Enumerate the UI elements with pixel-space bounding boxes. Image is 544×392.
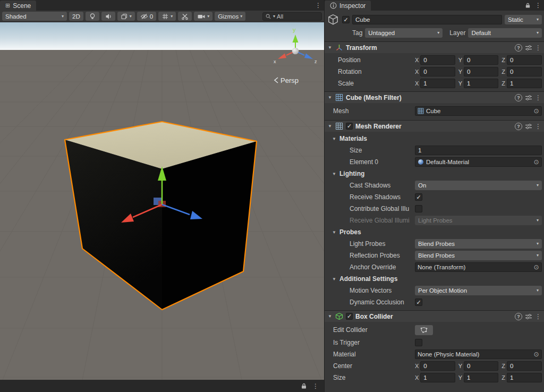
box-collider-enabled-checkbox[interactable]: ✓ xyxy=(346,313,353,320)
object-picker-icon[interactable]: ⊙ xyxy=(532,263,540,271)
component-menu-icon[interactable]: ⋮ xyxy=(535,313,541,320)
probes-foldout[interactable]: ▼ Probes xyxy=(325,226,544,238)
grid-visibility-dropdown[interactable]: ▾ xyxy=(158,12,176,21)
foldout-arrow-icon[interactable]: ▼ xyxy=(327,45,333,50)
rotation-z-field[interactable]: 0 xyxy=(507,67,542,76)
scene-lighting-toggle[interactable] xyxy=(86,12,99,21)
center-z-field[interactable]: 0 xyxy=(507,361,542,371)
tab-inspector-label: Inspector xyxy=(339,2,366,10)
material-sphere-icon xyxy=(418,159,424,165)
x-axis-label: X xyxy=(415,80,419,87)
foldout-arrow-icon[interactable]: ▼ xyxy=(327,95,333,100)
position-y-field[interactable]: 0 xyxy=(464,55,498,65)
scale-y-field[interactable]: 1 xyxy=(464,79,498,88)
scissors-icon xyxy=(181,13,189,20)
help-icon[interactable]: ? xyxy=(515,123,522,130)
reflection-probes-dropdown[interactable]: Blend Probes▾ xyxy=(415,251,542,260)
scene-footer-menu-icon[interactable]: ⋮ xyxy=(312,383,319,389)
scale-x-field[interactable]: 1 xyxy=(420,79,455,88)
anchor-override-object-field[interactable]: None (Transform) ⊙ xyxy=(415,262,542,272)
lock-icon[interactable] xyxy=(301,382,307,389)
help-icon[interactable]: ? xyxy=(515,313,522,320)
box-collider-header[interactable]: ▼ ✓ Box Collider ? ⋮ xyxy=(325,310,544,322)
motion-vectors-row: Motion Vectors Per Object Motion▾ xyxy=(325,285,544,296)
size-x-field[interactable]: 1 xyxy=(420,373,455,382)
static-dropdown[interactable]: Static ▾ xyxy=(505,15,542,24)
scene-visibility-toggle[interactable]: 0 xyxy=(137,12,156,21)
scene-audio-toggle[interactable] xyxy=(101,12,115,21)
foldout-arrow-icon[interactable]: ▼ xyxy=(327,314,333,319)
element0-object-field[interactable]: Default-Material ⊙ xyxy=(415,157,542,167)
presets-icon[interactable] xyxy=(525,45,532,51)
lighting-foldout[interactable]: ▼ Lighting xyxy=(325,168,544,180)
help-icon[interactable]: ? xyxy=(515,94,522,101)
inspector-menu-icon[interactable]: ⋮ xyxy=(535,2,541,8)
presets-icon[interactable] xyxy=(525,313,532,320)
snap-tool-button[interactable] xyxy=(178,12,192,21)
presets-icon[interactable] xyxy=(525,95,532,101)
scene-viewport[interactable]: y x z Persp xyxy=(0,22,324,380)
foldout-arrow-icon[interactable]: ▼ xyxy=(327,124,333,129)
scene-tab-menu-icon[interactable]: ⋮ xyxy=(315,2,321,8)
mesh-renderer-header[interactable]: ▼ ✓ Mesh Renderer ? ⋮ xyxy=(325,120,544,132)
object-picker-icon[interactable]: ⊙ xyxy=(532,107,540,115)
z-axis-label: Z xyxy=(502,57,505,63)
scene-search-input[interactable]: ▾ All xyxy=(262,12,322,21)
tab-scene[interactable]: ⊞ Scene xyxy=(0,1,36,11)
materials-title: Materials xyxy=(339,135,367,142)
component-menu-icon[interactable]: ⋮ xyxy=(535,123,541,130)
additional-settings-foldout[interactable]: ▼ Additional Settings xyxy=(325,273,544,285)
motion-vectors-dropdown[interactable]: Per Object Motion▾ xyxy=(415,286,542,295)
mesh-filter-header[interactable]: ▼ Cube (Mesh Filter) ? ⋮ xyxy=(325,91,544,103)
physic-material-object-field[interactable]: None (Physic Material) ⊙ xyxy=(415,350,542,359)
materials-foldout[interactable]: ▼ Materials xyxy=(325,133,544,144)
component-menu-icon[interactable]: ⋮ xyxy=(535,95,541,101)
center-y-field[interactable]: 0 xyxy=(464,361,498,371)
anchor-override-value: None (Transform) xyxy=(418,264,465,270)
mesh-row: Mesh Cube ⊙ xyxy=(325,104,544,118)
edit-collider-button[interactable] xyxy=(415,325,433,335)
scene-canvas[interactable]: y x z Persp xyxy=(0,22,324,380)
position-z-field[interactable]: 0 xyxy=(507,55,542,65)
size-y-field[interactable]: 1 xyxy=(464,373,498,382)
tag-dropdown[interactable]: Untagged ▾ xyxy=(365,28,443,38)
y-axis-label: Y xyxy=(458,57,462,63)
is-trigger-checkbox[interactable] xyxy=(415,339,422,346)
lock-icon[interactable] xyxy=(525,2,531,8)
light-probes-label: Light Probes xyxy=(325,240,415,248)
rotation-y-field[interactable]: 0 xyxy=(464,67,498,76)
object-picker-icon[interactable]: ⊙ xyxy=(532,351,540,358)
scene-effects-dropdown[interactable]: ▾ xyxy=(117,12,135,21)
tag-label: Tag xyxy=(352,29,362,37)
size-z-field[interactable]: 1 xyxy=(507,373,542,382)
presets-icon[interactable] xyxy=(525,123,532,130)
orientation-center-ball[interactable] xyxy=(292,48,299,55)
shading-mode-dropdown[interactable]: Shaded ▾ xyxy=(2,12,67,21)
position-row: Position X0 Y0 Z0 xyxy=(325,54,544,66)
materials-size-field[interactable]: 1 xyxy=(415,146,542,155)
help-icon[interactable]: ? xyxy=(515,44,522,52)
rotation-x-field[interactable]: 0 xyxy=(420,67,455,76)
mesh-filter-icon xyxy=(335,93,343,101)
mesh-renderer-enabled-checkbox[interactable]: ✓ xyxy=(346,123,353,130)
cast-shadows-dropdown[interactable]: On▾ xyxy=(415,181,542,190)
gizmos-dropdown[interactable]: Gizmos ▾ xyxy=(215,12,245,21)
layer-dropdown[interactable]: Default ▾ xyxy=(468,28,542,38)
gameobject-name-field[interactable]: Cube xyxy=(352,15,502,24)
active-checkbox[interactable]: ✓ xyxy=(342,16,350,23)
receive-shadows-checkbox[interactable]: ✓ xyxy=(415,193,422,201)
contribute-gi-checkbox[interactable] xyxy=(415,205,422,212)
2d-toggle[interactable]: 2D xyxy=(69,12,83,21)
is-trigger-label: Is Trigger xyxy=(325,339,415,346)
object-picker-icon[interactable]: ⊙ xyxy=(532,158,540,166)
component-menu-icon[interactable]: ⋮ xyxy=(535,45,541,51)
dynamic-occlusion-checkbox[interactable]: ✓ xyxy=(415,299,422,306)
position-x-field[interactable]: 0 xyxy=(420,55,455,65)
scale-z-field[interactable]: 1 xyxy=(507,79,542,88)
light-probes-dropdown[interactable]: Blend Probes▾ xyxy=(415,239,542,249)
tab-inspector[interactable]: Inspector xyxy=(325,1,371,11)
mesh-object-field[interactable]: Cube ⊙ xyxy=(415,106,542,116)
center-x-field[interactable]: 0 xyxy=(420,361,455,371)
transform-header[interactable]: ▼ Transform ? ⋮ xyxy=(325,41,544,53)
camera-settings-dropdown[interactable]: ▾ xyxy=(194,12,212,21)
